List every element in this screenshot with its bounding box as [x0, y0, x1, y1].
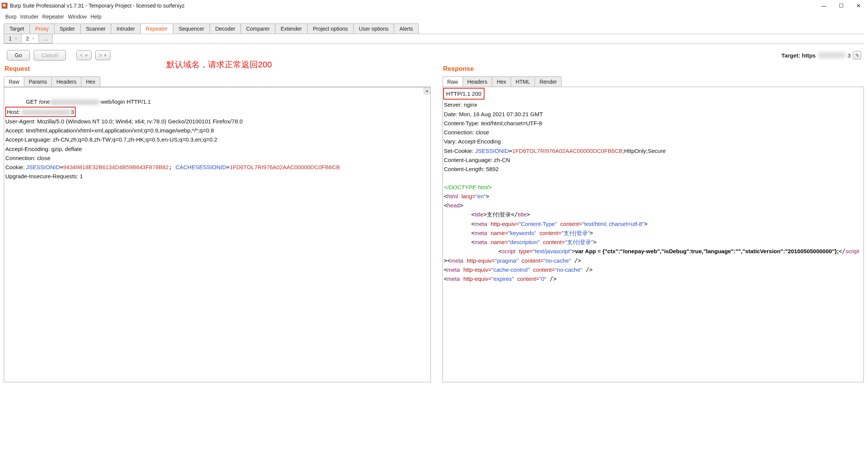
- edit-target-button[interactable]: ✎: [853, 51, 861, 59]
- target-display: Target: https 3 ✎: [781, 51, 861, 59]
- tab-alerts[interactable]: Alerts: [394, 23, 419, 34]
- tab-spider[interactable]: Spider: [54, 23, 81, 34]
- tab-decoder[interactable]: Decoder: [210, 23, 241, 34]
- tab-target[interactable]: Target: [4, 23, 30, 34]
- menu-help[interactable]: Help: [89, 13, 103, 20]
- tab-scanner[interactable]: Scanner: [80, 23, 111, 34]
- response-tab-render[interactable]: Render: [534, 76, 562, 87]
- request-tab-raw[interactable]: Raw: [4, 76, 24, 87]
- main-tab-bar: Target Proxy Spider Scanner Intruder Rep…: [4, 23, 864, 34]
- target-host-redacted: [818, 52, 845, 58]
- menu-window[interactable]: Window: [66, 13, 88, 20]
- response-tab-hex[interactable]: Hex: [492, 76, 511, 87]
- repeater-tab-1[interactable]: 1×: [4, 34, 22, 44]
- repeater-toolbar: Go Cancel <▼ >▼ Target: https 3 ✎ 默认域名，请…: [0, 44, 868, 63]
- response-pane: Response Raw Headers Hex HTML Render HTT…: [434, 63, 865, 415]
- tab-project-options[interactable]: Project options: [307, 23, 354, 34]
- response-title: Response: [443, 63, 864, 76]
- tab-extender[interactable]: Extender: [275, 23, 307, 34]
- minimize-button[interactable]: —: [820, 2, 827, 9]
- menu-bar: Burp Intruder Repeater Window Help: [0, 11, 868, 23]
- response-tab-headers[interactable]: Headers: [463, 76, 492, 87]
- repeater-tab-bar: 1× 2× ...: [4, 34, 864, 44]
- repeater-tab-add[interactable]: ...: [39, 34, 53, 44]
- request-tab-params[interactable]: Params: [24, 76, 52, 87]
- title-bar: Burp Suite Professional v1.7.31 - Tempor…: [0, 0, 868, 11]
- cancel-button[interactable]: Cancel: [34, 50, 66, 61]
- response-tab-raw[interactable]: Raw: [443, 76, 463, 87]
- history-back-button[interactable]: <▼: [76, 50, 92, 60]
- target-label: Target: https: [781, 52, 816, 59]
- annotation-text: 默认域名，请求正常返回200: [166, 59, 272, 70]
- request-pane: Request Raw Params Headers Hex ▲GET /one…: [4, 63, 434, 415]
- scroll-up-icon[interactable]: ▲: [424, 87, 430, 94]
- tab-repeater[interactable]: Repeater: [140, 23, 174, 34]
- request-tab-hex[interactable]: Hex: [81, 76, 100, 87]
- menu-repeater[interactable]: Repeater: [41, 13, 66, 20]
- response-editor[interactable]: HTTP/1.1 200 Server: nginx Date: Mon, 16…: [443, 87, 864, 382]
- tab-intruder[interactable]: Intruder: [111, 23, 140, 34]
- repeater-tab-2[interactable]: 2×: [21, 34, 39, 44]
- tab-user-options[interactable]: User options: [353, 23, 394, 34]
- app-icon: [2, 3, 8, 9]
- tab-proxy[interactable]: Proxy: [30, 23, 54, 34]
- tab-sequencer[interactable]: Sequencer: [173, 23, 210, 34]
- request-editor[interactable]: ▲GET /one-web/login HTTP/1.1 Host: 3 Use…: [4, 87, 431, 382]
- menu-intruder[interactable]: Intruder: [19, 13, 40, 20]
- go-button[interactable]: Go: [7, 50, 30, 61]
- request-tabs: Raw Params Headers Hex: [4, 76, 431, 87]
- response-tabs: Raw Headers Hex HTML Render: [443, 76, 864, 87]
- tab-comparer[interactable]: Comparer: [241, 23, 275, 34]
- maximize-button[interactable]: ☐: [838, 2, 845, 9]
- history-forward-button[interactable]: >▼: [95, 50, 110, 60]
- close-icon[interactable]: ×: [32, 36, 35, 41]
- window-title: Burp Suite Professional v1.7.31 - Tempor…: [10, 3, 185, 9]
- target-suffix: 3: [848, 52, 851, 59]
- close-icon[interactable]: ×: [15, 36, 17, 41]
- response-tab-html[interactable]: HTML: [511, 76, 535, 87]
- request-tab-headers[interactable]: Headers: [51, 76, 81, 87]
- menu-burp[interactable]: Burp: [4, 13, 18, 20]
- close-button[interactable]: ✕: [855, 2, 862, 9]
